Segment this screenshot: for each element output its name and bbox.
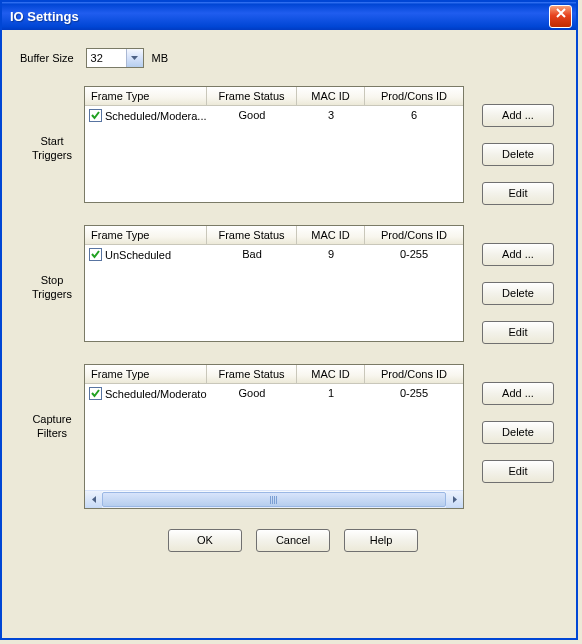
cell-prod-cons-id: 0-255 <box>365 247 463 262</box>
delete-button[interactable]: Delete <box>482 143 554 166</box>
col-mac-id[interactable]: MAC ID <box>297 365 365 384</box>
delete-button[interactable]: Delete <box>482 421 554 444</box>
scroll-thumb[interactable] <box>102 492 446 507</box>
capture-filters-label: Capture Filters <box>20 364 84 440</box>
table-row[interactable]: Scheduled/Moderator Good 1 0-255 <box>85 384 463 403</box>
grip-icon <box>270 496 278 504</box>
chevron-left-icon <box>92 496 96 503</box>
capture-filters-buttons: Add ... Delete Edit <box>482 364 554 483</box>
window-title: IO Settings <box>10 9 549 24</box>
cell-prod-cons-id: 0-255 <box>365 386 463 401</box>
table-body: UnScheduled Bad 9 0-255 <box>85 245 463 341</box>
edit-button[interactable]: Edit <box>482 460 554 483</box>
col-frame-status[interactable]: Frame Status <box>207 87 297 106</box>
dialog-body: Buffer Size 32 MB Start Triggers Frame T… <box>2 30 576 562</box>
start-triggers-label: Start Triggers <box>20 86 84 162</box>
buffer-size-unit: MB <box>152 52 169 64</box>
table-body: Scheduled/Moderator Good 1 0-255 <box>85 384 463 490</box>
buffer-size-select[interactable]: 32 <box>86 48 144 68</box>
col-frame-status[interactable]: Frame Status <box>207 226 297 245</box>
capture-filters-section: Capture Filters Frame Type Frame Status … <box>20 364 566 509</box>
scroll-left-button[interactable] <box>85 491 102 508</box>
titlebar: IO Settings <box>2 2 576 30</box>
stop-triggers-buttons: Add ... Delete Edit <box>482 225 554 344</box>
table-body: Scheduled/Modera... Good 3 6 <box>85 106 463 202</box>
start-triggers-table[interactable]: Frame Type Frame Status MAC ID Prod/Cons… <box>84 86 464 203</box>
col-frame-type[interactable]: Frame Type <box>85 365 207 384</box>
col-prod-cons-id[interactable]: Prod/Cons ID <box>365 87 463 106</box>
close-button[interactable] <box>549 5 572 28</box>
table-header: Frame Type Frame Status MAC ID Prod/Cons… <box>85 87 463 106</box>
chevron-right-icon <box>453 496 457 503</box>
start-triggers-section: Start Triggers Frame Type Frame Status M… <box>20 86 566 205</box>
cancel-button[interactable]: Cancel <box>256 529 330 552</box>
check-icon <box>90 388 101 399</box>
start-triggers-buttons: Add ... Delete Edit <box>482 86 554 205</box>
stop-triggers-table[interactable]: Frame Type Frame Status MAC ID Prod/Cons… <box>84 225 464 342</box>
table-header: Frame Type Frame Status MAC ID Prod/Cons… <box>85 365 463 384</box>
edit-button[interactable]: Edit <box>482 182 554 205</box>
cell-frame-status: Good <box>207 386 297 401</box>
cell-frame-status: Good <box>207 108 297 123</box>
cell-mac-id: 3 <box>297 108 365 123</box>
col-frame-type[interactable]: Frame Type <box>85 87 207 106</box>
col-mac-id[interactable]: MAC ID <box>297 226 365 245</box>
cell-frame-type: Scheduled/Moderator <box>85 386 207 401</box>
table-row[interactable]: Scheduled/Modera... Good 3 6 <box>85 106 463 125</box>
cell-frame-type: Scheduled/Modera... <box>85 108 207 123</box>
scroll-right-button[interactable] <box>446 491 463 508</box>
stop-triggers-label: Stop Triggers <box>20 225 84 301</box>
horizontal-scrollbar[interactable] <box>85 490 463 508</box>
col-prod-cons-id[interactable]: Prod/Cons ID <box>365 226 463 245</box>
help-button[interactable]: Help <box>344 529 418 552</box>
cell-mac-id: 1 <box>297 386 365 401</box>
capture-filters-table[interactable]: Frame Type Frame Status MAC ID Prod/Cons… <box>84 364 464 509</box>
cell-prod-cons-id: 6 <box>365 108 463 123</box>
row-checkbox[interactable] <box>89 248 102 261</box>
table-row[interactable]: UnScheduled Bad 9 0-255 <box>85 245 463 264</box>
col-prod-cons-id[interactable]: Prod/Cons ID <box>365 365 463 384</box>
add-button[interactable]: Add ... <box>482 382 554 405</box>
buffer-size-row: Buffer Size 32 MB <box>20 48 566 68</box>
chevron-down-icon <box>126 49 143 67</box>
col-frame-type[interactable]: Frame Type <box>85 226 207 245</box>
delete-button[interactable]: Delete <box>482 282 554 305</box>
stop-triggers-section: Stop Triggers Frame Type Frame Status MA… <box>20 225 566 344</box>
check-icon <box>90 249 101 260</box>
row-checkbox[interactable] <box>89 387 102 400</box>
scroll-track[interactable] <box>102 491 446 508</box>
ok-button[interactable]: OK <box>168 529 242 552</box>
cell-frame-type: UnScheduled <box>85 247 207 262</box>
table-header: Frame Type Frame Status MAC ID Prod/Cons… <box>85 226 463 245</box>
cell-frame-status: Bad <box>207 247 297 262</box>
row-checkbox[interactable] <box>89 109 102 122</box>
dialog-buttons: OK Cancel Help <box>20 529 566 552</box>
add-button[interactable]: Add ... <box>482 243 554 266</box>
col-frame-status[interactable]: Frame Status <box>207 365 297 384</box>
io-settings-window: IO Settings Buffer Size 32 MB Start Trig… <box>0 0 578 640</box>
col-mac-id[interactable]: MAC ID <box>297 87 365 106</box>
close-icon <box>555 7 567 19</box>
check-icon <box>90 110 101 121</box>
add-button[interactable]: Add ... <box>482 104 554 127</box>
buffer-size-value: 32 <box>87 52 126 64</box>
cell-mac-id: 9 <box>297 247 365 262</box>
edit-button[interactable]: Edit <box>482 321 554 344</box>
buffer-size-label: Buffer Size <box>20 52 74 64</box>
